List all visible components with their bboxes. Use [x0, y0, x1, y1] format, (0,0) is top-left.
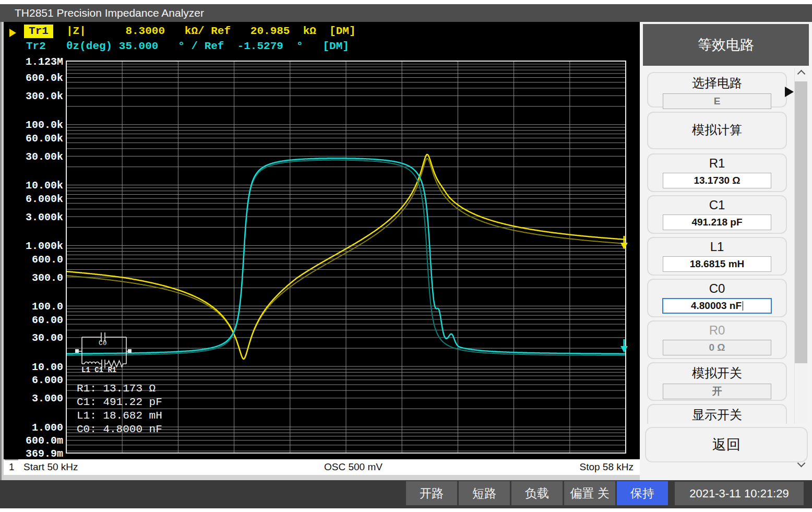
open-cal-button[interactable]: 开路 — [406, 481, 457, 505]
fit-param-r1: R1: 13.173 Ω — [77, 383, 156, 395]
text-cursor — [743, 301, 743, 311]
svg-text:1.000: 1.000 — [32, 422, 63, 434]
svg-text:300.0k: 300.0k — [26, 90, 63, 102]
svg-text:1.123M: 1.123M — [26, 56, 63, 68]
osc-level: OSC 500 mV — [285, 461, 421, 473]
svg-text:10.00k: 10.00k — [26, 180, 63, 192]
svg-text:6.000: 6.000 — [32, 374, 63, 386]
sweep-status-bar: 1 Start 50 kHz OSC 500 mV Stop 58 kHz — [4, 459, 640, 475]
r0-value-field: 0 Ω — [663, 340, 771, 355]
r1-button[interactable]: R1 13.1730 Ω — [647, 153, 787, 192]
c0-button[interactable]: C0 4.80003 nF — [647, 279, 787, 317]
r1-value-field[interactable]: 13.1730 Ω — [663, 173, 771, 188]
trace2-tab[interactable]: Tr2 — [26, 40, 46, 52]
c0-value-field[interactable]: 4.80003 nF — [662, 298, 772, 314]
instrument-screen: TH2851 Precision Impedance Analyzer 1.12… — [0, 0, 812, 512]
circuit-branch-label: L1 C1 R1 — [81, 366, 116, 374]
short-cal-button[interactable]: 短路 — [459, 481, 510, 505]
l1-value-field[interactable]: 18.6815 mH — [663, 256, 771, 272]
panel-scroll-area: 选择电路 E 模拟计算 R1 13.1730 Ω C1 491.218 pF L… — [643, 68, 791, 424]
svg-text:60.00k: 60.00k — [26, 133, 63, 145]
circuit-c0-label: C0 — [99, 339, 107, 347]
c1-button[interactable]: C1 491.218 pF — [647, 195, 787, 234]
trace1-tab[interactable]: Tr1 — [24, 25, 53, 38]
panel-title: 等效电路 — [643, 24, 809, 66]
fit-param-l1: L1: 18.682 mH — [77, 410, 162, 422]
stop-frequency: Stop 58 kHz — [580, 461, 634, 473]
l1-button[interactable]: L1 18.6815 mH — [647, 237, 787, 276]
channel-number: 1 — [9, 461, 15, 473]
svg-text:369.9m: 369.9m — [26, 448, 63, 460]
load-cal-button[interactable]: 负载 — [511, 481, 563, 505]
svg-text:6.000k: 6.000k — [26, 193, 63, 205]
channel-tick — [5, 459, 18, 460]
trace2-readout: θz(deg) 35.000 ° / Ref -1.5279 ° [DM] — [66, 40, 349, 52]
svg-text:30.00k: 30.00k — [26, 151, 63, 163]
svg-text:30.00: 30.00 — [32, 332, 63, 344]
status-divider — [0, 475, 640, 480]
svg-text:100.0: 100.0 — [32, 301, 63, 313]
svg-text:3.000: 3.000 — [32, 392, 63, 404]
bottom-buttons: 开路 短路 负载 偏置 关 保持 — [406, 481, 668, 505]
trace1-readout: |Z| 8.3000 kΩ/ Ref 20.985 kΩ [DM] — [66, 25, 356, 37]
simulate-calc-button[interactable]: 模拟计算 — [647, 112, 787, 149]
app-title: TH2851 Precision Impedance Analyzer — [15, 7, 204, 19]
svg-text:1.000k: 1.000k — [26, 240, 63, 252]
svg-text:600.0: 600.0 — [32, 254, 63, 266]
svg-text:300.0: 300.0 — [32, 272, 63, 284]
window-edge-light — [2, 22, 4, 480]
back-button[interactable]: 返回 — [645, 427, 808, 462]
title-bar: TH2851 Precision Impedance Analyzer — [0, 4, 812, 22]
svg-text:600.0m: 600.0m — [26, 435, 63, 447]
svg-text:100.0k: 100.0k — [26, 119, 63, 131]
simulate-switch-value[interactable]: 开 — [663, 384, 771, 399]
svg-text:600.0k: 600.0k — [26, 72, 63, 84]
active-trace-arrow-icon — [9, 29, 16, 37]
display-switch-button[interactable]: 显示开关 开 — [647, 404, 787, 424]
r0-button: R0 0 Ω — [647, 320, 787, 359]
c1-value-field[interactable]: 491.218 pF — [663, 215, 771, 230]
select-circuit-button[interactable]: 选择电路 E — [647, 72, 787, 108]
svg-text:60.00: 60.00 — [32, 314, 63, 326]
bias-off-button[interactable]: 偏置 关 — [564, 481, 615, 505]
svg-text:10.00: 10.00 — [32, 361, 63, 373]
select-circuit-value[interactable]: E — [663, 93, 771, 109]
simulate-switch-button[interactable]: 模拟开关 开 — [647, 362, 787, 401]
fit-param-c1: C1: 491.22 pF — [77, 396, 162, 408]
fit-param-c0: C0: 4.8000 nF — [77, 423, 162, 435]
circuit-inset — [85, 362, 99, 364]
panel-scrollbar-thumb[interactable] — [795, 81, 807, 363]
softkey-panel: 等效电路 选择电路 E 模拟计算 R1 13.1730 Ω C1 491.218… — [640, 22, 812, 480]
submenu-arrow-icon — [785, 87, 794, 97]
hold-button[interactable]: 保持 — [617, 481, 668, 505]
start-frequency: Start 50 kHz — [23, 461, 78, 473]
svg-text:3.000k: 3.000k — [26, 211, 63, 223]
datetime-display: 2021-3-11 10:21:29 — [675, 482, 804, 505]
